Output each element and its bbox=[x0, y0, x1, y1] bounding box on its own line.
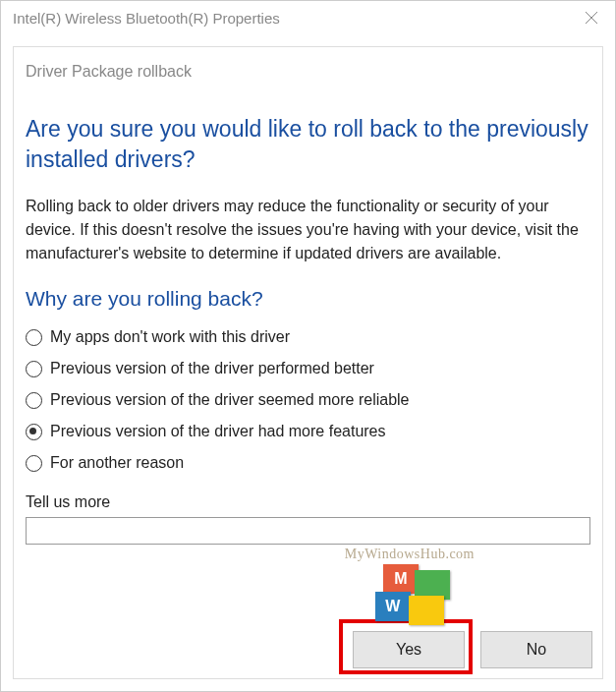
radio-option[interactable]: My apps don't work with this driver bbox=[26, 328, 590, 346]
yes-button[interactable]: Yes bbox=[353, 631, 465, 668]
radio-label: Previous version of the driver had more … bbox=[50, 423, 386, 440]
radio-option[interactable]: Previous version of the driver seemed mo… bbox=[26, 391, 590, 409]
no-button[interactable]: No bbox=[480, 631, 592, 668]
radio-icon bbox=[26, 392, 42, 409]
dialog-subheading: Why are you rolling back? bbox=[26, 287, 590, 311]
watermark: MyWindowsHub.com M W bbox=[345, 547, 475, 625]
window: Intel(R) Wireless Bluetooth(R) Propertie… bbox=[0, 0, 616, 692]
dialog-subtitle: Driver Package rollback bbox=[26, 63, 590, 81]
radio-option[interactable]: Previous version of the driver had more … bbox=[26, 423, 590, 440]
logo-tile: W bbox=[375, 592, 411, 621]
radio-icon bbox=[26, 361, 42, 377]
watermark-logo: M W bbox=[375, 564, 444, 625]
dialog-body: Driver Package rollback Are you sure you… bbox=[13, 46, 603, 679]
dialog-heading: Are you sure you would like to roll back… bbox=[26, 114, 590, 175]
tell-us-more-input[interactable] bbox=[26, 517, 590, 545]
close-button[interactable] bbox=[568, 1, 615, 34]
radio-group: My apps don't work with this driverPrevi… bbox=[26, 328, 590, 472]
logo-tile: M bbox=[383, 564, 419, 594]
radio-label: Previous version of the driver performed… bbox=[50, 360, 374, 377]
dialog-text: Rolling back to older drivers may reduce… bbox=[26, 195, 590, 265]
radio-label: My apps don't work with this driver bbox=[50, 328, 290, 346]
titlebar: Intel(R) Wireless Bluetooth(R) Propertie… bbox=[1, 1, 615, 34]
watermark-text: MyWindowsHub.com bbox=[345, 547, 475, 562]
radio-label: Previous version of the driver seemed mo… bbox=[50, 391, 410, 409]
radio-icon bbox=[26, 329, 42, 346]
logo-tile bbox=[409, 596, 444, 625]
window-title: Intel(R) Wireless Bluetooth(R) Propertie… bbox=[13, 10, 280, 27]
logo-tile bbox=[415, 570, 450, 600]
radio-option[interactable]: For another reason bbox=[26, 454, 590, 472]
radio-icon bbox=[26, 424, 42, 440]
textarea-label: Tell us more bbox=[26, 493, 590, 511]
radio-icon bbox=[26, 455, 42, 472]
close-icon bbox=[585, 11, 598, 25]
radio-option[interactable]: Previous version of the driver performed… bbox=[26, 360, 590, 377]
button-row: Yes No bbox=[353, 631, 592, 668]
radio-label: For another reason bbox=[50, 454, 184, 472]
